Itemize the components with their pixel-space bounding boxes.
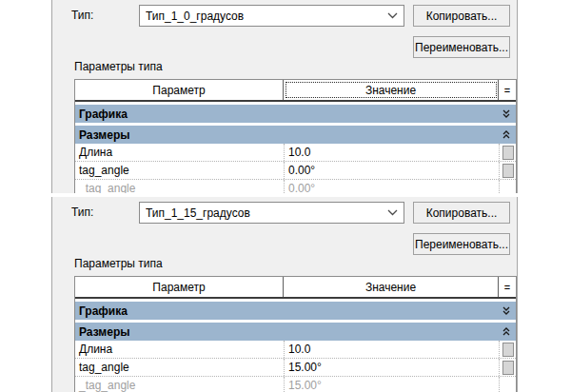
rename-button[interactable]: Переименовать... xyxy=(413,36,510,58)
equals-cell xyxy=(499,144,516,161)
type-properties-panel-15-degrees: Тип: Тип_1_15_градусов Копировать... Пер… xyxy=(51,197,518,392)
param-name: tag_angle xyxy=(75,162,284,179)
param-name: tag_angle xyxy=(75,359,284,376)
equals-cell xyxy=(499,377,516,392)
type-label: Тип: xyxy=(71,206,93,219)
group-row-dimensions[interactable]: Размеры xyxy=(75,323,516,341)
param-value[interactable]: 10.0 xyxy=(284,144,499,161)
header-value: Значение xyxy=(284,277,499,297)
associate-param-button[interactable] xyxy=(502,343,514,357)
header-equals: = xyxy=(499,80,516,100)
type-properties-panel-0-degrees: Тип: Тип_1_0_градусов Копировать... Пере… xyxy=(51,0,518,193)
double-chevron-up-icon xyxy=(502,130,510,140)
param-value: 0.00° xyxy=(284,180,499,193)
copy-button[interactable]: Копировать... xyxy=(413,202,510,224)
param-name: Длина xyxy=(75,341,284,358)
header-equals: = xyxy=(499,277,516,297)
equals-cell xyxy=(499,180,516,193)
type-label: Тип: xyxy=(71,9,93,22)
table-row-tag-angle: tag_angle 15.00° xyxy=(75,359,516,377)
table-row-length: Длина 10.0 xyxy=(75,341,516,359)
chevron-down-icon xyxy=(387,209,398,216)
table-row-tag-angle-readonly: _tag_angle 15.00° xyxy=(75,377,516,392)
type-parameters-table: Параметр Значение = Графика Размеры Длин… xyxy=(74,276,517,392)
type-parameters-label: Параметры типа xyxy=(74,257,163,270)
chevron-down-icon xyxy=(387,12,398,19)
type-select[interactable]: Тип_1_15_градусов xyxy=(139,202,404,224)
type-select-value: Тип_1_0_градусов xyxy=(146,10,384,23)
rename-button[interactable]: Переименовать... xyxy=(413,233,510,255)
copy-button[interactable]: Копировать... xyxy=(413,5,510,27)
table-row-length: Длина 10.0 xyxy=(75,144,516,162)
equals-cell xyxy=(499,162,516,179)
type-select[interactable]: Тип_1_0_градусов xyxy=(139,5,404,27)
param-name: Длина xyxy=(75,144,284,161)
header-value: Значение xyxy=(284,80,499,100)
group-row-dimensions[interactable]: Размеры xyxy=(75,126,516,144)
header-parameter: Параметр xyxy=(75,80,284,100)
equals-cell xyxy=(499,359,516,376)
double-chevron-up-icon xyxy=(502,327,510,337)
type-parameters-label: Параметры типа xyxy=(74,60,163,73)
double-chevron-down-icon xyxy=(502,306,510,316)
table-header-row: Параметр Значение = xyxy=(75,80,516,102)
associate-param-button[interactable] xyxy=(502,164,514,178)
type-parameters-table: Параметр Значение = Графика Размеры Длин… xyxy=(74,79,517,193)
type-select-value: Тип_1_15_градусов xyxy=(146,206,384,220)
associate-param-button[interactable] xyxy=(502,361,514,375)
param-value[interactable]: 15.00° xyxy=(284,359,499,376)
param-value[interactable]: 10.0 xyxy=(284,341,499,358)
param-value: 15.00° xyxy=(284,377,499,392)
group-row-graphics[interactable]: Графика xyxy=(75,105,516,123)
equals-cell xyxy=(499,341,516,358)
table-row-tag-angle-readonly: _tag_angle 0.00° xyxy=(75,180,516,193)
table-row-tag-angle: tag_angle 0.00° xyxy=(75,162,516,180)
param-name: _tag_angle xyxy=(75,180,284,193)
associate-param-button[interactable] xyxy=(502,146,514,160)
param-name: _tag_angle xyxy=(75,377,284,392)
table-header-row: Параметр Значение = xyxy=(75,277,516,299)
group-row-graphics[interactable]: Графика xyxy=(75,302,516,320)
header-parameter: Параметр xyxy=(75,277,284,297)
param-value[interactable]: 0.00° xyxy=(284,162,499,179)
double-chevron-down-icon xyxy=(502,109,510,119)
